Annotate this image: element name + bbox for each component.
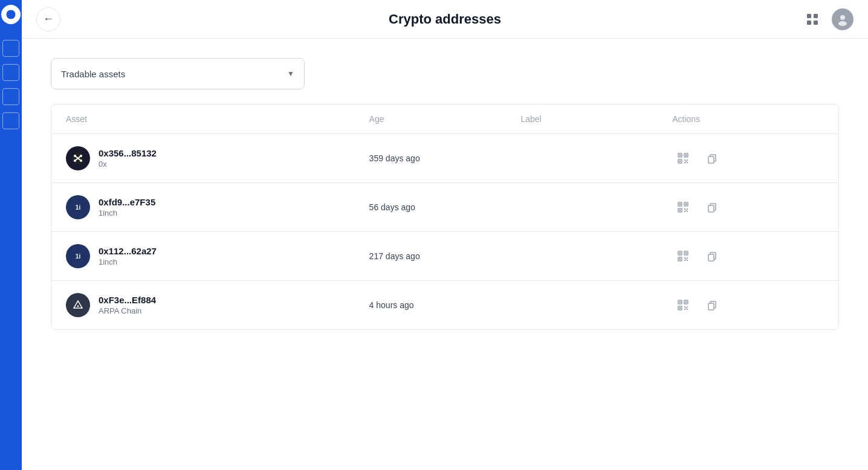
- copy-button-2[interactable]: [701, 196, 723, 218]
- filter-container: Tradable assets ▼: [51, 58, 839, 89]
- svg-rect-37: [684, 211, 685, 212]
- age-cell-1: 359 days ago: [369, 153, 521, 163]
- svg-point-5: [840, 15, 845, 20]
- svg-rect-72: [708, 303, 714, 310]
- address-2: 0xfd9...e7F35: [99, 197, 155, 207]
- svg-rect-24: [685, 161, 687, 162]
- svg-point-6: [838, 21, 847, 26]
- qr-code-button-4[interactable]: [672, 294, 694, 316]
- asset-cell-2: 1i 0xfd9...e7F35 1inch: [66, 195, 369, 219]
- copy-button-3[interactable]: [701, 245, 723, 267]
- actions-cell-4: [672, 294, 824, 316]
- col-header-label: Label: [520, 114, 672, 124]
- svg-rect-30: [679, 204, 681, 205]
- svg-rect-54: [685, 259, 687, 260]
- svg-rect-63: [685, 301, 687, 303]
- svg-rect-66: [684, 306, 685, 307]
- table-row: ▲ 0xF3e...Ef884 ARPA Chain 4 hours ago: [51, 281, 838, 329]
- svg-point-13: [80, 159, 82, 162]
- addresses-table: Asset Age Label Actions: [51, 104, 839, 330]
- symbol-4: ARPA Chain: [99, 306, 156, 315]
- back-button[interactable]: ←: [36, 7, 60, 31]
- svg-rect-39: [685, 210, 687, 211]
- svg-rect-35: [684, 208, 685, 210]
- sidebar-item-1[interactable]: [2, 40, 19, 57]
- actions-cell-1: [672, 147, 824, 169]
- svg-rect-53: [687, 260, 688, 261]
- svg-rect-36: [687, 208, 688, 210]
- sidebar-item-4[interactable]: [2, 112, 19, 129]
- qr-code-button-3[interactable]: [672, 245, 694, 267]
- svg-rect-15: [679, 155, 681, 156]
- svg-text:1i: 1i: [76, 204, 81, 211]
- qr-code-button-1[interactable]: [672, 147, 694, 169]
- svg-rect-47: [685, 253, 687, 254]
- svg-rect-61: [679, 301, 681, 303]
- qr-code-button-2[interactable]: [672, 196, 694, 218]
- asset-cell-3: 1i 0x112...62a27 1inch: [66, 244, 369, 268]
- svg-rect-3: [807, 21, 811, 25]
- col-header-actions: Actions: [672, 114, 824, 124]
- address-4: 0xF3e...Ef884: [99, 295, 156, 305]
- svg-rect-67: [687, 306, 688, 307]
- actions-cell-3: [672, 245, 824, 267]
- svg-rect-17: [685, 155, 687, 156]
- svg-point-11: [80, 155, 82, 157]
- page-title: Crypto addresses: [389, 11, 501, 27]
- chevron-down-icon: ▼: [287, 69, 294, 78]
- svg-point-12: [74, 159, 76, 162]
- header-right: [800, 7, 853, 31]
- asset-cell-4: ▲ 0xF3e...Ef884 ARPA Chain: [66, 293, 369, 317]
- svg-rect-34: [679, 210, 681, 211]
- back-arrow-icon: ←: [43, 13, 54, 25]
- svg-point-10: [74, 155, 76, 157]
- svg-rect-65: [679, 307, 681, 309]
- header: ← Crypto addresses: [22, 0, 868, 39]
- svg-rect-49: [679, 259, 681, 260]
- asset-info-4: 0xF3e...Ef884 ARPA Chain: [99, 295, 156, 315]
- age-cell-3: 217 days ago: [369, 251, 521, 261]
- svg-rect-41: [708, 205, 714, 212]
- sidebar-item-3[interactable]: [2, 88, 19, 105]
- coin-icon-1inch-2: 1i: [66, 244, 90, 268]
- svg-text:▲: ▲: [76, 304, 80, 307]
- age-cell-4: 4 hours ago: [369, 300, 521, 310]
- svg-text:1i: 1i: [76, 253, 81, 260]
- asset-info-3: 0x112...62a27 1inch: [99, 246, 157, 266]
- symbol-1: 0x: [99, 159, 157, 169]
- table-row: 0x356...85132 0x 359 days ago: [51, 134, 838, 183]
- svg-rect-68: [684, 309, 685, 310]
- svg-rect-45: [679, 253, 681, 254]
- address-3: 0x112...62a27: [99, 246, 157, 256]
- main-content: Tradable assets ▼ Asset Age Label Action…: [22, 39, 868, 349]
- asset-cell-1: 0x356...85132 0x: [66, 146, 369, 170]
- age-cell-2: 56 days ago: [369, 202, 521, 212]
- svg-rect-20: [684, 159, 685, 161]
- copy-button-4[interactable]: [701, 294, 723, 316]
- user-avatar[interactable]: [832, 8, 853, 30]
- col-header-age: Age: [369, 114, 521, 124]
- tradable-assets-dropdown[interactable]: Tradable assets ▼: [51, 58, 305, 89]
- dropdown-label: Tradable assets: [61, 69, 125, 79]
- sidebar: [0, 0, 22, 470]
- symbol-3: 1inch: [99, 257, 157, 266]
- coin-icon-0x: [66, 146, 90, 170]
- svg-rect-4: [814, 21, 818, 25]
- svg-point-0: [6, 10, 16, 19]
- svg-rect-19: [679, 161, 681, 163]
- asset-info-1: 0x356...85132 0x: [99, 148, 157, 169]
- grid-apps-button[interactable]: [800, 7, 824, 31]
- svg-rect-23: [687, 162, 688, 163]
- address-1: 0x356...85132: [99, 148, 157, 158]
- table-row: 1i 0xfd9...e7F35 1inch 56 days ago: [51, 183, 838, 232]
- sidebar-logo: [1, 5, 21, 24]
- sidebar-item-2[interactable]: [2, 64, 19, 81]
- actions-cell-2: [672, 196, 824, 218]
- copy-button-1[interactable]: [701, 147, 723, 169]
- coin-icon-1inch-1: 1i: [66, 195, 90, 219]
- table-row: 1i 0x112...62a27 1inch 217 days ago: [51, 232, 838, 281]
- symbol-2: 1inch: [99, 208, 155, 217]
- svg-rect-56: [708, 254, 714, 261]
- coin-icon-arpa: ▲: [66, 293, 90, 317]
- svg-rect-50: [684, 257, 685, 259]
